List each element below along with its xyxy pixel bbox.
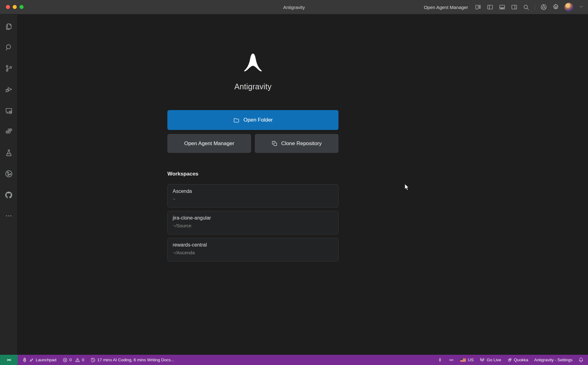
chrome-icon[interactable] (540, 4, 547, 11)
open-agent-manager-label: Open Agent Manager (184, 140, 234, 147)
open-agent-manager-command[interactable]: Open Agent Manager (424, 5, 468, 10)
clone-repository-label: Clone Repository (281, 140, 321, 147)
workspace-item-rewards-central[interactable]: rewards-central ~/Ascenda (167, 238, 338, 261)
editor-area: Antigravity Open Folder Open Agent Manag… (18, 15, 588, 355)
launchpad-status-item[interactable]: Launchpad (22, 357, 56, 363)
remote-explorer-icon[interactable] (5, 106, 13, 115)
github-icon[interactable] (4, 191, 13, 199)
problems-status-item[interactable]: 0 0 (63, 358, 84, 363)
settings-gear-icon[interactable] (552, 4, 559, 11)
us-flag-icon (460, 358, 466, 362)
commit-status-item[interactable] (438, 357, 442, 363)
git-commit-icon (438, 357, 442, 363)
clone-repository-button[interactable]: Clone Repository (255, 134, 338, 153)
more-ellipsis-icon[interactable] (5, 212, 12, 220)
titlebar: Antigravity Open Agent Manager (0, 0, 588, 14)
remote-indicator[interactable]: >< (0, 355, 18, 365)
chevron-down-icon[interactable] (579, 4, 584, 10)
open-agent-manager-button[interactable]: Open Agent Manager (167, 134, 251, 153)
workspace-item-ascenda[interactable]: Ascenda ~ (167, 184, 338, 207)
workspace-path: ~/Source (173, 223, 333, 228)
settings-status-item[interactable]: Antigravity - Settings (534, 358, 573, 362)
launchpad-label: Launchpad (36, 358, 56, 362)
plug-icon (29, 358, 34, 362)
toggle-secondary-sidebar-icon[interactable] (511, 4, 518, 11)
search-sidebar-icon[interactable] (5, 43, 13, 51)
workspace-item-jira-clone-angular[interactable]: jira-clone-angular ~/Source (167, 211, 338, 234)
keyboard-layout-status-item[interactable]: US (460, 358, 474, 362)
workspace-name: jira-clone-angular (173, 215, 333, 221)
warning-icon (75, 358, 80, 363)
rocket-icon (22, 357, 27, 363)
error-count: 0 (69, 358, 72, 362)
explorer-icon[interactable] (5, 22, 13, 30)
account-avatar[interactable] (564, 3, 573, 12)
workspaces-heading: Workspaces (167, 171, 198, 177)
run-debug-icon[interactable] (5, 85, 13, 94)
search-icon[interactable] (523, 4, 529, 11)
customize-layout-icon[interactable] (475, 4, 481, 11)
testing-beaker-icon[interactable] (5, 149, 13, 157)
keyboard-layout-label: US (468, 358, 474, 362)
activity-bar (0, 15, 18, 355)
titlebar-divider (535, 4, 535, 10)
time-tracking-status-item[interactable]: 17 mins AI Coding, 6 mins Writing Docs..… (91, 358, 174, 363)
settings-status-label: Antigravity - Settings (534, 358, 573, 362)
reading-mode-status-item[interactable] (448, 358, 454, 362)
toggle-panel-icon[interactable] (499, 4, 506, 11)
graph-fork-icon[interactable] (5, 170, 13, 178)
status-bar: >< Launchpad 0 0 17 mins AI Coding, 6 mi… (0, 355, 588, 365)
time-tracking-label: 17 mins AI Coding, 6 mins Writing Docs..… (97, 358, 174, 362)
error-icon (63, 358, 68, 363)
source-control-icon[interactable] (5, 64, 13, 73)
go-live-status-item[interactable]: Go Live (480, 357, 501, 363)
extensions-icon[interactable] (5, 127, 13, 136)
antigravity-logo (243, 52, 263, 75)
remote-icon: >< (7, 358, 11, 362)
open-folder-label: Open Folder (243, 117, 273, 123)
quokka-status-item[interactable]: Quokka (507, 358, 528, 363)
glasses-icon (448, 358, 454, 362)
quokka-rocket-icon (507, 358, 512, 363)
quokka-label: Quokka (514, 358, 528, 362)
workspace-path: ~/Ascenda (173, 250, 333, 255)
go-live-label: Go Live (487, 358, 501, 362)
workspace-name: Ascenda (173, 189, 333, 194)
notifications-status-item[interactable] (578, 357, 584, 363)
open-folder-button[interactable]: Open Folder (167, 110, 338, 130)
toggle-primary-sidebar-icon[interactable] (487, 4, 493, 11)
app-name: Antigravity (167, 82, 338, 91)
warning-count: 0 (82, 358, 84, 362)
broadcast-icon (480, 357, 485, 363)
workspace-path: ~ (173, 196, 333, 202)
history-icon (91, 358, 95, 363)
bell-icon (578, 357, 584, 363)
workspace-name: rewards-central (173, 242, 333, 248)
